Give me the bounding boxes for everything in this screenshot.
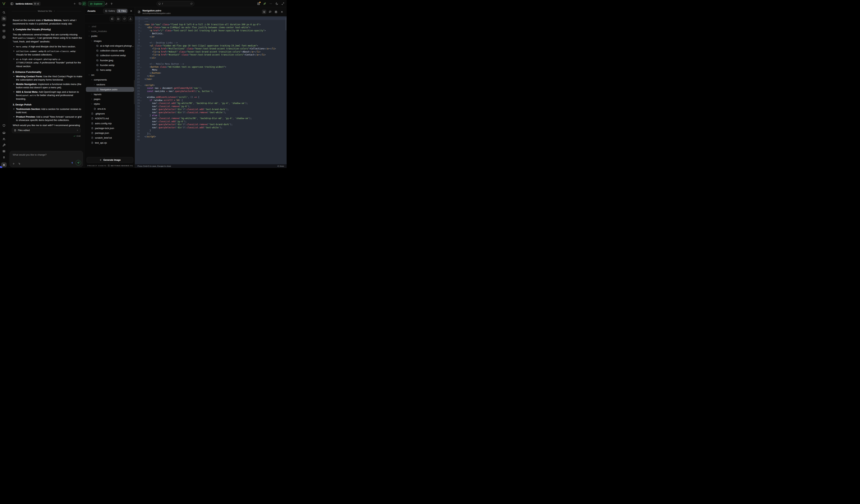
code-line[interactable]: 18 Menu <box>135 68 287 71</box>
tree-item-public[interactable]: public <box>86 34 134 39</box>
rail-wrench-icon[interactable] <box>1 143 6 148</box>
code-line[interactable]: 2--- <box>135 20 287 23</box>
code-line[interactable]: 39 }); <box>135 132 287 135</box>
code-line[interactable]: 41 <box>135 138 287 141</box>
code-line[interactable]: 17∨ <button class="md:hidden text-xs upp… <box>135 66 287 68</box>
code-line[interactable]: 29 nav?.classList.add('bg-white/90', 'ba… <box>135 102 287 105</box>
code-line[interactable]: 10∨ <ul class="hidden md:flex gap-10 tex… <box>135 44 287 47</box>
url-path[interactable]: / <box>162 2 189 5</box>
rail-shield-icon[interactable] <box>1 123 6 128</box>
code-line[interactable]: 35 nav?.classList.add('py-6'); <box>135 120 287 123</box>
refresh-preview-icon[interactable] <box>190 3 192 5</box>
code-line[interactable]: 6 Bettinis. <box>135 32 287 35</box>
tree-item-src[interactable]: src <box>86 72 134 77</box>
code-line[interactable]: 33∨ } else { <box>135 114 287 117</box>
tree-item-package-lock-json[interactable]: package-lock.json <box>86 126 134 130</box>
code-line[interactable]: 16 <!-- Mobile Menu Button --> <box>135 62 287 66</box>
code-line[interactable]: 19 </button> <box>135 72 287 74</box>
tree-item-images[interactable]: images <box>86 39 134 43</box>
editor-wrap-button[interactable] <box>262 10 266 14</box>
code-line[interactable]: 21</nav> <box>135 77 287 81</box>
new-chat-button[interactable] <box>72 1 77 6</box>
tree-item--vivd[interactable]: .vivd <box>86 24 134 29</box>
code-line[interactable]: 25 const navLinks = nav?.querySelectorAl… <box>135 90 287 93</box>
tab-gallery[interactable]: Gallery <box>104 9 116 13</box>
tree-item-node-modules[interactable]: node_modules <box>86 29 134 33</box>
code-area[interactable]: 1---2---3∨<nav id="nav" class="fixed top… <box>135 16 287 164</box>
tree-item-navigation-astro[interactable]: Navigation.astro <box>86 87 134 92</box>
code-line[interactable]: 1--- <box>135 17 287 20</box>
code-line[interactable]: 9 <!-- Desktop Links --> <box>135 41 287 44</box>
save-icon[interactable] <box>256 1 261 6</box>
code-line[interactable]: 32 nav?.querySelector('div')?.classList.… <box>135 111 287 114</box>
upload-button[interactable] <box>128 16 133 21</box>
expand-icon[interactable] <box>281 1 285 6</box>
tree-item-agents-md[interactable]: AGENTS.md <box>86 116 134 121</box>
code-line[interactable]: 20 </div> <box>135 74 287 77</box>
tree-item-scratch-brief-txt[interactable]: scratch_brief.txt <box>86 135 134 140</box>
fold-chevron-icon[interactable]: ∨ <box>140 44 142 47</box>
rail-building-icon-2[interactable] <box>1 130 6 135</box>
tab-files[interactable]: Files <box>117 9 127 13</box>
tree-item-env-d-ts[interactable]: env.d.ts <box>86 106 134 111</box>
rail-settings-icon[interactable] <box>1 34 6 40</box>
code-line[interactable]: 36 nav?.querySelector('div')?.classList.… <box>135 123 287 126</box>
code-line[interactable]: 28∨ if (window.scrollY > 50) { <box>135 99 287 102</box>
tree-item-hero-webp[interactable]: hero.webp <box>86 68 134 72</box>
code-line[interactable]: 30 nav?.classList.remove('py-6'); <box>135 105 287 108</box>
code-line[interactable]: 8 <box>135 38 287 41</box>
fold-chevron-icon[interactable]: ∨ <box>140 96 142 99</box>
fold-chevron-icon[interactable]: ∨ <box>140 29 142 32</box>
code-line[interactable]: 13 <li><a href="#contact" class="hover:t… <box>135 53 287 56</box>
fold-chevron-icon[interactable]: ∨ <box>140 114 142 117</box>
tree-item-founder-jpeg[interactable]: founder.jpeg <box>86 58 134 63</box>
editor-close-button[interactable] <box>280 10 284 14</box>
code-line[interactable]: 37 nav?.querySelector('div')?.classList.… <box>135 126 287 129</box>
panel-toggle-icon[interactable] <box>10 0 13 8</box>
code-line[interactable]: 38 } <box>135 129 287 132</box>
tree-item-collection-classic-webp[interactable]: collection-classic.webp <box>86 48 134 53</box>
tree-item-founder-webp[interactable]: founder.webp <box>86 63 134 68</box>
code-line[interactable]: 11 <li><a href="#collections" class="hov… <box>135 47 287 50</box>
files-edited-toggle[interactable]: Files edited <box>12 128 81 133</box>
more-icon[interactable] <box>269 1 273 6</box>
code-line[interactable]: 7 </a> <box>135 35 287 38</box>
code-line[interactable]: 24 const nav = document.getElementById('… <box>135 87 287 90</box>
url-bar[interactable]: / <box>157 1 195 6</box>
explorer-button[interactable]: Explorer <box>88 1 105 6</box>
chat-mode-button[interactable] <box>82 1 86 6</box>
code-line[interactable]: 40</script> <box>135 135 287 138</box>
fold-chevron-icon[interactable]: ∨ <box>140 99 142 102</box>
fold-chevron-icon[interactable]: ∨ <box>140 66 142 68</box>
code-line[interactable]: 31 nav?.querySelector('div')?.classList.… <box>135 108 287 111</box>
code-line[interactable]: 34 nav?.classList.remove('bg-white/90', … <box>135 117 287 120</box>
tree-item-test-api-cjs[interactable]: test_api.cjs <box>86 140 134 145</box>
tree-item-sections[interactable]: sections <box>86 82 134 87</box>
rail-server-icon[interactable] <box>1 148 6 154</box>
fold-chevron-icon[interactable]: ∨ <box>140 84 142 87</box>
tree-item-astro-config-mjs[interactable]: astro.config.mjs <box>86 121 134 126</box>
refresh-button[interactable] <box>122 16 127 21</box>
tree-item-pages[interactable]: pages <box>86 97 134 101</box>
tree-item-package-json[interactable]: package.json <box>86 131 134 135</box>
rail-book-icon[interactable] <box>1 28 6 33</box>
rail-building-icon[interactable] <box>1 22 6 27</box>
code-line[interactable]: 14 </ul> <box>135 56 287 59</box>
edit-tool-button[interactable] <box>104 1 109 6</box>
editor-comment-add-button[interactable] <box>268 10 272 14</box>
tree-item-ai-a-high-end-elegant-photogr-[interactable]: ai-a-high-end-elegant-photogr... <box>86 43 134 48</box>
rocket-icon[interactable] <box>262 1 267 6</box>
code-line[interactable]: 15 <box>135 59 287 62</box>
assets-close-button[interactable] <box>130 10 132 12</box>
image-add-button[interactable] <box>110 16 115 21</box>
rail-files-icon[interactable] <box>1 16 6 21</box>
project-title[interactable]: bettinis-bikinis <box>16 0 33 8</box>
assets-scrollbar[interactable] <box>134 80 134 104</box>
code-line[interactable]: 5∨ <a href="/" class="font-serif text-2x… <box>135 29 287 32</box>
generate-image-button[interactable]: Generate Image <box>87 157 133 163</box>
tree-item-components[interactable]: components <box>86 77 134 82</box>
version-badge[interactable]: v1 <box>32 2 41 6</box>
code-line[interactable]: 23∨<script> <box>135 84 287 87</box>
code-line[interactable]: 26 <box>135 93 287 96</box>
attach-plus-icon[interactable] <box>12 162 15 165</box>
